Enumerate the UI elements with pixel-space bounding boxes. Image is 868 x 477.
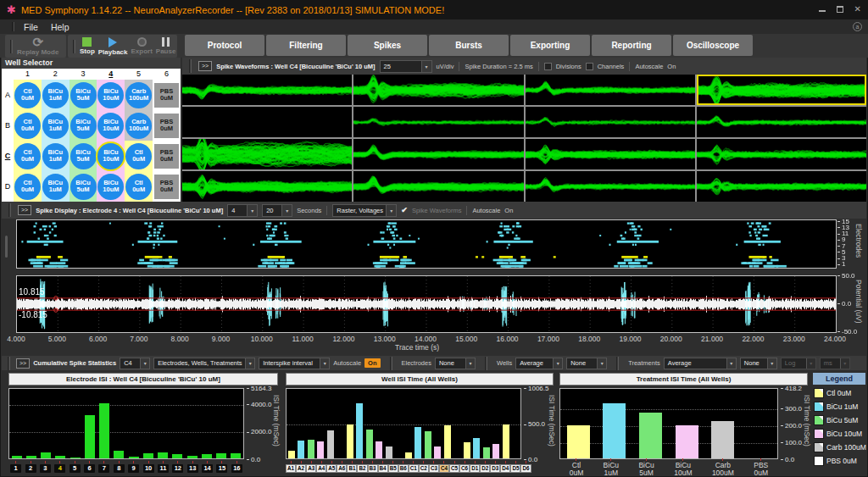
well-C5[interactable]: Ctl0uM xyxy=(125,143,152,169)
well-B6[interactable]: PBS0uM xyxy=(154,114,179,138)
chart-plot[interactable] xyxy=(559,388,778,459)
playback-button[interactable]: Playback xyxy=(97,37,130,56)
x-label-A1[interactable]: A1 xyxy=(286,464,296,473)
electrode-dropdown[interactable]: 4 xyxy=(227,204,258,217)
stats-scope-dropdown[interactable]: Electrodes, Wells, Treatments xyxy=(153,358,255,369)
autoscale-on-button[interactable]: On xyxy=(364,358,380,368)
autoscale-state[interactable]: On xyxy=(504,207,513,214)
x-label-1[interactable]: 1 xyxy=(10,464,21,473)
x-label-D1[interactable]: D1 xyxy=(470,464,480,473)
channels-checkbox[interactable] xyxy=(586,63,593,70)
scale-dropdown[interactable]: 25 xyxy=(380,60,432,73)
x-label-D4[interactable]: D4 xyxy=(500,464,510,473)
well-A6[interactable]: PBS0uM xyxy=(154,83,179,108)
stop-button[interactable]: Stop xyxy=(78,37,97,55)
waveform-cell-1[interactable] xyxy=(182,75,352,105)
raster-plot[interactable] xyxy=(16,219,837,269)
autoscale-state[interactable]: On xyxy=(667,63,676,70)
x-label-D3[interactable]: D3 xyxy=(490,464,500,473)
well-B4[interactable]: BiCu10uM xyxy=(97,113,124,139)
well-B2[interactable]: BiCu1uM xyxy=(42,113,69,139)
treatments-none-dropdown[interactable]: None xyxy=(740,358,777,369)
export-button[interactable]: Export xyxy=(129,37,153,55)
pause-button[interactable]: Pause xyxy=(154,37,178,55)
well-A1[interactable]: Ctl0uM xyxy=(14,82,41,108)
tab-filtering[interactable]: Filtering xyxy=(266,35,346,56)
tab-spikes[interactable]: Spikes xyxy=(348,35,427,56)
collapse-waveforms-button[interactable]: >> xyxy=(198,61,212,71)
waveform-cell-15[interactable] xyxy=(526,171,695,202)
well-A4[interactable]: BiCu10uM xyxy=(97,82,124,108)
x-label-C6[interactable]: C6 xyxy=(459,464,470,473)
x-label-B6[interactable]: B6 xyxy=(398,464,409,473)
well-C2[interactable]: BiCu1uM xyxy=(42,143,69,169)
well-C6[interactable]: PBS0uM xyxy=(154,144,179,169)
display-mode-dropdown[interactable]: Raster, Voltages xyxy=(332,204,397,217)
x-label-B4[interactable]: B4 xyxy=(378,464,388,473)
well-D5[interactable]: Ctl0uM xyxy=(125,174,152,200)
maximize-icon[interactable] xyxy=(837,6,843,13)
x-label-D5[interactable]: D5 xyxy=(510,464,520,473)
x-label-14[interactable]: 14 xyxy=(202,464,213,473)
chart-plot[interactable] xyxy=(8,388,244,459)
x-label-A4[interactable]: A4 xyxy=(316,464,326,473)
waveform-cell-3[interactable] xyxy=(526,75,695,105)
x-label-8[interactable]: 8 xyxy=(114,464,125,473)
x-label-B3[interactable]: B3 xyxy=(368,464,378,473)
x-label-3[interactable]: 3 xyxy=(40,464,51,473)
voltage-trace-plot[interactable] xyxy=(16,275,837,333)
x-label-C5[interactable]: C5 xyxy=(449,464,459,473)
tab-reporting[interactable]: Reporting xyxy=(592,35,671,56)
x-label-12[interactable]: 12 xyxy=(172,464,183,473)
well-D4[interactable]: BiCu10uM xyxy=(97,174,124,200)
x-label-D2[interactable]: D2 xyxy=(480,464,490,473)
x-label-15[interactable]: 15 xyxy=(216,464,227,473)
x-label-16[interactable]: 16 xyxy=(231,464,242,473)
well-B1[interactable]: Ctl0uM xyxy=(14,113,41,139)
x-label-11[interactable]: 11 xyxy=(158,464,169,473)
x-label-D6[interactable]: D6 xyxy=(520,464,531,473)
window-dropdown[interactable]: 20 xyxy=(262,204,292,217)
treatments-average-dropdown[interactable]: Average xyxy=(664,358,737,369)
x-label-B1[interactable]: B1 xyxy=(347,464,357,473)
waveform-cell-2[interactable] xyxy=(353,75,523,105)
close-icon[interactable] xyxy=(854,5,861,13)
panel-handle[interactable] xyxy=(5,236,8,258)
x-label-2[interactable]: 2 xyxy=(25,464,36,473)
tab-oscilloscope[interactable]: Oscilloscope xyxy=(673,35,753,56)
x-label-5[interactable]: 5 xyxy=(70,464,81,473)
x-label-4[interactable]: 4 xyxy=(54,464,65,473)
x-label-C1[interactable]: C1 xyxy=(409,464,419,473)
tab-exporting[interactable]: Exporting xyxy=(510,35,590,56)
checkmark-icon[interactable] xyxy=(401,206,408,214)
well-D1[interactable]: Ctl0uM xyxy=(14,174,41,200)
waveform-cell-5[interactable] xyxy=(182,107,352,137)
collapse-statistics-button[interactable]: >> xyxy=(16,358,30,369)
well-D2[interactable]: BiCu1uM xyxy=(42,174,69,200)
waveform-cell-11[interactable] xyxy=(526,139,695,169)
x-label-C4[interactable]: C4 xyxy=(439,464,449,473)
waveform-cell-8[interactable] xyxy=(697,107,866,137)
x-label-A3[interactable]: A3 xyxy=(306,464,316,473)
chart-plot[interactable] xyxy=(286,388,521,459)
waveform-cell-13[interactable] xyxy=(182,171,352,202)
x-label-9[interactable]: 9 xyxy=(128,464,139,473)
stats-metric-dropdown[interactable]: Interspike interval xyxy=(259,358,330,369)
menu-help[interactable]: Help xyxy=(51,22,70,32)
tab-protocol[interactable]: Protocol xyxy=(185,35,264,56)
x-label-7[interactable]: 7 xyxy=(98,464,109,473)
well-C3[interactable]: BiCu5uM xyxy=(70,143,97,169)
collapse-display-button[interactable]: >> xyxy=(18,205,31,215)
well-B3[interactable]: BiCu5uM xyxy=(70,113,97,139)
x-label-6[interactable]: 6 xyxy=(84,464,95,473)
waveform-cell-14[interactable] xyxy=(353,171,523,202)
divisions-checkbox[interactable] xyxy=(544,63,552,70)
tab-bursts[interactable]: Bursts xyxy=(429,35,509,56)
x-label-C3[interactable]: C3 xyxy=(429,464,439,473)
electrodes-dropdown[interactable]: None xyxy=(435,358,476,369)
x-label-A2[interactable]: A2 xyxy=(296,464,306,473)
waveform-cell-16[interactable] xyxy=(697,171,866,202)
well-D3[interactable]: BiCu5uM xyxy=(70,174,97,200)
waveform-cell-4[interactable] xyxy=(697,75,866,105)
x-label-B5[interactable]: B5 xyxy=(388,464,398,473)
